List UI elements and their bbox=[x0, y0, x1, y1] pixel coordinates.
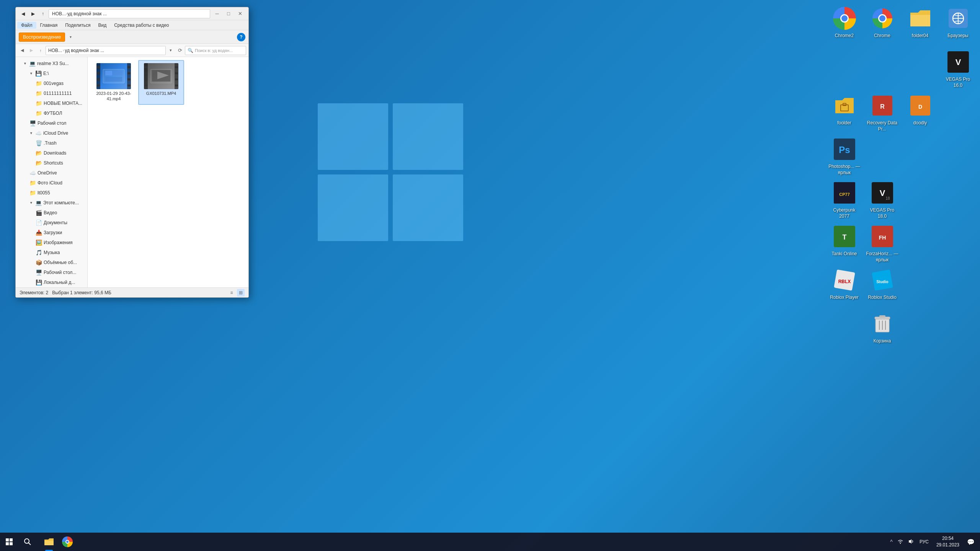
address-bar: ◀ ▶ ↑ НОВ... › уд водяной знак ... ▾ ⟳ 🔍… bbox=[16, 44, 248, 57]
nav-label-desktop: Рабочий стол bbox=[38, 121, 66, 126]
desktop-icon-recovery[interactable]: R Recovery Data Pr... bbox=[864, 91, 900, 134]
taskbar-search-button[interactable] bbox=[18, 533, 37, 551]
start-button[interactable] bbox=[0, 533, 18, 551]
taskbar: ^ РУС 20:54 29.01.2023 💬 bbox=[0, 533, 980, 551]
desktop-icon-cyberpunk[interactable]: CP77 Cyberpunk 2077 bbox=[826, 178, 862, 222]
refresh-button[interactable]: ⟳ bbox=[176, 46, 184, 55]
file-item-2[interactable]: GX010731.MP4 bbox=[138, 60, 184, 105]
crumb-2[interactable]: уд водяной знак ... bbox=[65, 48, 104, 53]
notification-button[interactable]: 💬 bbox=[965, 538, 977, 546]
desktop-icon-roblox-studio[interactable]: Studio Roblox Studio bbox=[864, 266, 900, 303]
addr-back-button[interactable]: ◀ bbox=[18, 46, 26, 55]
nav-item-edrive[interactable]: ▼ 💾 E:\ bbox=[16, 68, 87, 78]
network-icon[interactable] bbox=[896, 539, 905, 545]
nav-item-realme[interactable]: ▼ 💻 realme X3 Su... bbox=[16, 59, 87, 68]
close-button[interactable]: ✕ bbox=[235, 8, 245, 19]
addr-forward-button[interactable]: ▶ bbox=[27, 46, 36, 55]
desktop-icon-photoshop[interactable]: Ps Photoshop... — ярлык bbox=[826, 135, 862, 178]
nav-item-trash[interactable]: 🗑️ .Trash bbox=[16, 138, 87, 148]
desktop-icon-korzina[interactable]: Корзина bbox=[864, 309, 900, 347]
nav-item-desktop[interactable]: 🖥️ Рабочий стол bbox=[16, 118, 87, 128]
nav-item-01111[interactable]: 📁 01111111111 bbox=[16, 88, 87, 98]
nav-item-001vegas[interactable]: 📁 001vegas bbox=[16, 78, 87, 88]
desktop-icon-roblox[interactable]: RBLX Roblox Player bbox=[826, 266, 862, 303]
desktop-icon-folder04[interactable]: folder04 bbox=[902, 4, 938, 41]
windows-logo bbox=[318, 103, 463, 241]
item-count: Элементов: 2 bbox=[20, 290, 48, 295]
nav-item-foto[interactable]: 📁 Фото iCloud bbox=[16, 178, 87, 188]
vegas18-icon: V 18 bbox=[870, 181, 895, 205]
taskbar-item-app2[interactable] bbox=[58, 533, 77, 551]
nav-item-onedrive[interactable]: ☁️ OneDrive bbox=[16, 168, 87, 178]
nav-item-icloud[interactable]: ▼ ☁️ iCloud Drive bbox=[16, 128, 87, 138]
title-bar-left: ◀ ▶ ↑ bbox=[19, 10, 47, 18]
menu-item-home[interactable]: Главная bbox=[36, 22, 62, 29]
help-button[interactable]: ? bbox=[237, 33, 245, 41]
chevron-icon[interactable]: ^ bbox=[889, 539, 894, 545]
nav-item-it0055[interactable]: 📁 lt0055 bbox=[16, 188, 87, 198]
desktop-icon-doodly[interactable]: D doodly bbox=[902, 91, 938, 129]
nav-item-thispc[interactable]: ▼ 💻 Этот компьюте... bbox=[16, 198, 87, 208]
nav-item-desktop2[interactable]: 🖥️ Рабочий стол... bbox=[16, 267, 87, 277]
crumb-1[interactable]: НОВ... bbox=[48, 48, 62, 53]
svg-text:18: 18 bbox=[885, 196, 890, 201]
explorer-window: ◀ ▶ ↑ НОВ... › уд водяной знак ... ─ □ ✕… bbox=[15, 7, 249, 298]
nav-label-onedrive: OneDrive bbox=[38, 170, 57, 176]
view-details-button[interactable]: ⊞ bbox=[237, 289, 245, 297]
nav-forward-button[interactable]: ▶ bbox=[29, 10, 37, 18]
nav-up-button[interactable]: ↑ bbox=[39, 10, 47, 18]
file-item-1[interactable]: 2023-01-29 20-43-41.mp4 bbox=[91, 60, 137, 105]
title-path-display: НОВ... › уд водяной знак ... bbox=[49, 9, 210, 18]
address-path-bar[interactable]: НОВ... › уд водяной знак ... bbox=[46, 46, 166, 55]
nav-item-downloads[interactable]: 📂 Downloads bbox=[16, 148, 87, 158]
svg-text:Studio: Studio bbox=[876, 280, 888, 284]
svg-text:Ps: Ps bbox=[839, 145, 850, 155]
video-preview-2 bbox=[150, 68, 173, 84]
nav-item-objects[interactable]: 📦 Объёмные об... bbox=[16, 258, 87, 267]
desktop-icon-foolder[interactable]: foolder bbox=[826, 91, 862, 129]
trash-icon bbox=[870, 311, 895, 336]
taskbar-item-explorer[interactable] bbox=[40, 533, 58, 551]
recovery-label: Recovery Data Pr... bbox=[866, 120, 899, 132]
win-logo-cell-tl bbox=[318, 103, 388, 170]
volume-icon[interactable] bbox=[906, 539, 916, 545]
title-path-text2: уд водяной знак ... bbox=[67, 11, 107, 16]
nav-item-novye[interactable]: 📁 НОВЫЕ МОНТА... bbox=[16, 98, 87, 108]
taskbar-search-icon bbox=[24, 538, 31, 546]
nav-item-zagruzki[interactable]: 📥 Загрузки bbox=[16, 228, 87, 238]
addr-up-button[interactable]: ↑ bbox=[36, 46, 45, 55]
desktop-icon-tanki[interactable]: T Tanki Online bbox=[826, 222, 862, 259]
nav-item-video[interactable]: 🎬 Видео bbox=[16, 208, 87, 218]
nav-item-music[interactable]: 🎵 Музыка bbox=[16, 248, 87, 258]
nav-item-futbol[interactable]: 📁 ФУТБОЛ bbox=[16, 108, 87, 118]
play-button[interactable]: Воспроизведение bbox=[19, 33, 65, 42]
menu-item-view[interactable]: Вид bbox=[94, 22, 110, 29]
nav-item-shortcuts[interactable]: 📂 Shortcuts bbox=[16, 158, 87, 168]
nav-item-images[interactable]: 🖼️ Изображения bbox=[16, 238, 87, 248]
desktop-icon-chrome2[interactable]: Chrome2 bbox=[826, 4, 862, 41]
tanki-icon: T bbox=[832, 224, 857, 249]
nav-label-trash: .Trash bbox=[44, 140, 57, 146]
view-list-button[interactable]: ≡ bbox=[228, 289, 235, 297]
desktop-icon-chrome[interactable]: Chrome bbox=[864, 4, 900, 41]
taskbar-right: ^ РУС 20:54 29.01.2023 💬 bbox=[889, 535, 980, 548]
nav-back-button[interactable]: ◀ bbox=[19, 10, 27, 18]
desktop-icon-forza[interactable]: FH ForzaHoriz... — ярлык bbox=[864, 222, 900, 265]
doodly-icon: D bbox=[908, 93, 933, 118]
expand-arrow-thispc: ▼ bbox=[29, 201, 33, 205]
menu-item-video-tools[interactable]: Средства работы с видео bbox=[110, 22, 173, 29]
minimize-button[interactable]: ─ bbox=[212, 8, 222, 19]
desktop-icon-brausery[interactable]: Браузеры bbox=[940, 4, 976, 41]
menu-item-share[interactable]: Поделиться bbox=[61, 22, 94, 29]
desktop-icon-vegas18[interactable]: V 18 VEGAS Pro 18.0 bbox=[864, 178, 900, 222]
nav-item-local[interactable]: 💾 Локальный д... bbox=[16, 277, 87, 287]
search-bar[interactable]: 🔍 Поиск в: уд водян... bbox=[185, 46, 246, 55]
nav-item-documents[interactable]: 📄 Документы bbox=[16, 218, 87, 228]
desktop-icon-vegas16[interactable]: V VEGAS Pro 16.0 bbox=[940, 47, 976, 91]
menu-item-file[interactable]: Файл bbox=[17, 22, 36, 29]
maximize-button[interactable]: □ bbox=[223, 8, 234, 19]
play-dropdown[interactable]: ▾ bbox=[67, 33, 74, 41]
language-indicator[interactable]: РУС bbox=[917, 539, 931, 544]
addr-dropdown-button[interactable]: ▾ bbox=[167, 46, 175, 55]
svg-text:FH: FH bbox=[879, 235, 886, 241]
